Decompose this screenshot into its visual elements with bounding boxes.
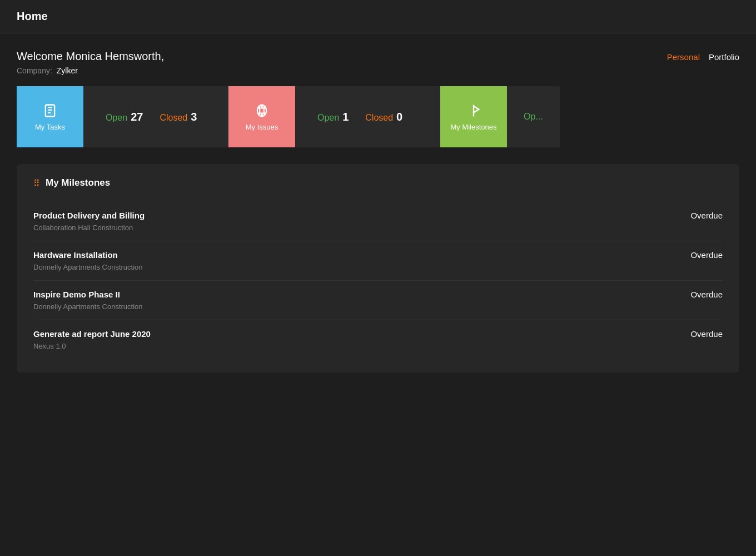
company-row: Company: Zylker <box>17 66 739 75</box>
milestone-status-1: Overdue <box>690 250 723 260</box>
tab-personal[interactable]: Personal <box>667 52 700 62</box>
milestone-name-2: Inspire Demo Phase II <box>33 290 143 299</box>
svg-point-3 <box>261 114 263 116</box>
milestone-name-0: Product Delivery and Billing <box>33 211 145 220</box>
tasks-open-stat: Open 27 <box>106 111 143 123</box>
milestones-open-text: Op... <box>524 112 543 122</box>
milestone-name-3: Generate ad report June 2020 <box>33 329 151 339</box>
milestone-item-1[interactable]: Hardware Installation Donnelly Apartment… <box>33 241 723 281</box>
tasks-label: My Tasks <box>35 123 65 131</box>
issues-closed-stat: Closed 0 <box>365 111 402 123</box>
issues-open-value: 1 <box>342 111 349 123</box>
tasks-icon-block[interactable]: My Tasks <box>17 86 83 147</box>
milestone-info-3: Generate ad report June 2020 Nexus 1.0 <box>33 329 151 350</box>
milestone-project-3: Nexus 1.0 <box>33 342 151 350</box>
tasks-closed-label: Closed <box>160 113 187 123</box>
main-content: Welcome Monica Hemsworth, Personal Portf… <box>0 33 756 373</box>
milestone-info-2: Inspire Demo Phase II Donnelly Apartment… <box>33 290 143 311</box>
welcome-row: Welcome Monica Hemsworth, Personal Portf… <box>17 50 739 63</box>
milestone-info-1: Hardware Installation Donnelly Apartment… <box>33 250 143 271</box>
company-label: Company: <box>17 66 52 75</box>
page-title: Home <box>17 10 48 22</box>
issues-label: My Issues <box>246 123 278 131</box>
milestone-status-2: Overdue <box>690 290 723 299</box>
issues-closed-value: 0 <box>396 111 402 123</box>
milestone-item-3[interactable]: Generate ad report June 2020 Nexus 1.0 O… <box>33 320 723 359</box>
my-tasks-card[interactable]: My Tasks Open 27 Closed 3 <box>17 86 228 147</box>
welcome-text: Welcome Monica Hemsworth, <box>17 50 164 63</box>
my-milestones-card[interactable]: My Milestones Op... <box>440 86 560 147</box>
milestones-label: My Milestones <box>450 123 496 131</box>
company-name: Zylker <box>57 66 78 75</box>
issues-open-label: Open <box>317 113 339 123</box>
milestones-section: ⠿ My Milestones Product Delivery and Bil… <box>17 164 739 373</box>
tasks-closed-value: 3 <box>191 111 197 123</box>
milestone-item-2[interactable]: Inspire Demo Phase II Donnelly Apartment… <box>33 281 723 320</box>
issues-icon-block[interactable]: My Issues <box>228 86 295 147</box>
view-tabs: Personal Portfolio <box>667 52 739 62</box>
my-issues-card[interactable]: My Issues Open 1 Closed 0 <box>228 86 440 147</box>
tab-portfolio[interactable]: Portfolio <box>709 52 739 62</box>
milestone-status-3: Overdue <box>690 329 723 339</box>
header: Home <box>0 0 756 33</box>
tasks-open-value: 27 <box>131 111 143 123</box>
milestone-project-1: Donnelly Apartments Construction <box>33 263 143 271</box>
milestone-project-0: Collaboration Hall Construction <box>33 224 145 232</box>
milestones-icon <box>466 103 481 118</box>
milestones-stats: Op... <box>507 86 560 147</box>
tasks-icon <box>42 103 58 118</box>
milestone-item-0[interactable]: Product Delivery and Billing Collaborati… <box>33 202 723 241</box>
tasks-open-label: Open <box>106 113 127 123</box>
svg-point-2 <box>261 105 263 107</box>
tasks-closed-stat: Closed 3 <box>160 111 197 123</box>
milestone-project-2: Donnelly Apartments Construction <box>33 302 143 311</box>
cards-row: My Tasks Open 27 Closed 3 <box>17 86 739 147</box>
milestone-info-0: Product Delivery and Billing Collaborati… <box>33 211 145 232</box>
milestones-icon-block[interactable]: My Milestones <box>440 86 507 147</box>
tasks-stats: Open 27 Closed 3 <box>83 86 228 147</box>
issues-open-stat: Open 1 <box>317 111 349 123</box>
milestone-name-1: Hardware Installation <box>33 250 143 260</box>
grid-icon: ⠿ <box>33 178 40 188</box>
milestone-status-0: Overdue <box>690 211 723 220</box>
issues-icon <box>254 103 270 118</box>
issues-closed-label: Closed <box>365 113 393 123</box>
issues-stats: Open 1 Closed 0 <box>295 86 440 147</box>
milestones-section-header: ⠿ My Milestones <box>33 177 723 188</box>
milestones-section-title: My Milestones <box>46 177 110 188</box>
